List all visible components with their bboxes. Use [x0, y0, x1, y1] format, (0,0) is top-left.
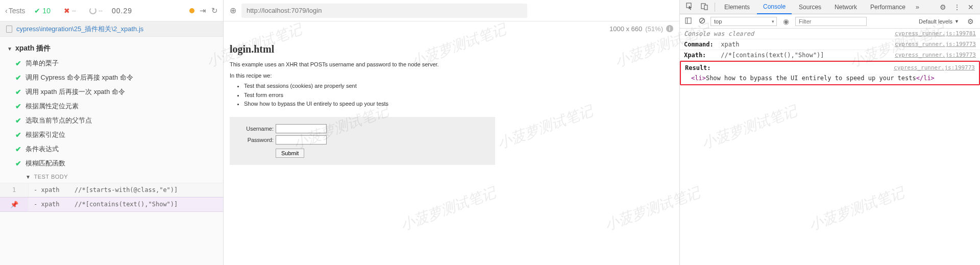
spec-file-path: cypress\integration\25_插件相关\2_xpath.js — [16, 25, 143, 34]
command-message: //*[contains(text(),"Show")] — [69, 198, 223, 211]
tab-elements[interactable]: Elements — [718, 1, 756, 14]
test-title: 根据索引定位 — [26, 130, 65, 139]
console-value: xpath — [721, 41, 739, 48]
command-row[interactable]: 1 - xpath //*[starts-with(@class,"e")] — [0, 183, 223, 197]
svg-rect-3 — [685, 18, 691, 23]
console-line[interactable]: Xpath: //*[contains(text(),"Show")] cypr… — [680, 50, 980, 61]
toggle-sidebar-icon[interactable] — [683, 17, 694, 26]
pending-stat: -- — [85, 7, 107, 14]
timer: 00.29 — [112, 7, 132, 15]
console-source-link[interactable]: cypress_runner.js:199773 — [895, 52, 976, 59]
test-title: 简单的栗子 — [26, 59, 59, 68]
list-item: Test that sessions (cookies) are properl… — [244, 82, 673, 91]
username-input[interactable] — [276, 124, 327, 133]
svg-rect-0 — [687, 3, 691, 8]
next-icon[interactable]: ⇥ — [200, 6, 206, 15]
caret-down-icon: ▼ — [26, 174, 31, 180]
check-icon: ✔ — [15, 145, 21, 153]
settings-gear-icon[interactable]: ⚙ — [937, 3, 949, 11]
test-row[interactable]: ✔调用 Cypress 命令后再接 xpath 命令 — [0, 70, 223, 85]
passed-count: 10 — [42, 7, 51, 15]
console-source-link[interactable]: cypress_runner.js:199773 — [894, 64, 975, 71]
console-key: Xpath: — [684, 52, 706, 59]
console-key: Command: — [684, 41, 714, 48]
suite-row[interactable]: ▼ xpath 插件 — [0, 41, 223, 56]
console-cleared-text: Console was cleared — [684, 30, 754, 37]
info-icon[interactable]: i — [666, 25, 673, 32]
svg-rect-2 — [704, 5, 707, 10]
test-title: 调用 Cypress 命令后再接 xpath 命令 — [26, 73, 133, 82]
console-result-highlight: Result: cypress_runner.js:199773 <li>Sho… — [680, 61, 980, 85]
failed-count: -- — [72, 7, 76, 14]
password-input[interactable] — [276, 135, 327, 144]
test-row[interactable]: ✔根据索引定位 — [0, 128, 223, 142]
failed-stat: ✖ -- — [60, 7, 80, 15]
submit-button[interactable]: Submit — [276, 149, 304, 158]
tab-console[interactable]: Console — [757, 0, 792, 14]
command-name: - xpath — [29, 198, 69, 211]
chevron-left-icon: ‹ — [5, 7, 8, 15]
log-levels-select[interactable]: Default levels▼ — [917, 17, 961, 26]
more-menu-icon[interactable]: ⋮ — [950, 3, 964, 11]
console-result-element[interactable]: <li>Show how to bypass the UI entirely t… — [681, 73, 979, 83]
test-row[interactable]: ✔简单的栗子 — [0, 56, 223, 70]
test-row[interactable]: ✔模糊匹配函数 — [0, 156, 223, 171]
test-row[interactable]: ✔根据属性定位元素 — [0, 99, 223, 113]
url-bar[interactable]: http://localhost:7079/login — [241, 4, 527, 18]
test-tree: ▼ xpath 插件 ✔简单的栗子 ✔调用 Cypress 命令后再接 xpat… — [0, 37, 223, 265]
cross-icon: ✖ — [64, 7, 70, 15]
command-row-pinned[interactable]: 📌 - xpath //*[contains(text(),"Show")] — [0, 197, 223, 212]
console-source-link[interactable]: cypress_runner.js:199773 — [895, 41, 976, 48]
page-description: This example uses an XHR that POSTs user… — [230, 61, 673, 67]
console-settings-icon[interactable]: ⚙ — [964, 17, 977, 26]
command-number: 1 — [0, 183, 29, 197]
test-row[interactable]: ✔条件表达式 — [0, 142, 223, 156]
section-label: TEST BODY — [34, 174, 68, 180]
cypress-runner-panel: ‹ Tests ✔ 10 ✖ -- -- 00.29 ⇥ ↻ cypress\ — [0, 0, 224, 265]
page-subhead: In this recipe we: — [230, 73, 673, 79]
test-row[interactable]: ✔选取当前节点的父节点 — [0, 113, 223, 128]
check-icon: ✔ — [15, 131, 21, 139]
test-title: 条件表达式 — [26, 144, 59, 154]
tab-sources[interactable]: Sources — [793, 1, 827, 14]
test-body-section[interactable]: ▼ TEST BODY — [0, 171, 223, 183]
test-row[interactable]: ✔调用 xpath 后再接一次 xpath 命令 — [0, 85, 223, 99]
selector-target-icon[interactable]: ⊕ — [230, 6, 236, 15]
console-line[interactable]: Console was cleared cypress_runner.js:19… — [680, 29, 980, 39]
context-select[interactable]: top — [710, 17, 777, 26]
suite-title: xpath 插件 — [15, 44, 51, 53]
check-icon: ✔ — [15, 116, 21, 125]
console-key: Result: — [685, 64, 711, 71]
tab-performance[interactable]: Performance — [864, 1, 912, 14]
html-open-tag: <li> — [691, 75, 706, 82]
html-text-content: Show how to bypass the UI entirely to sp… — [706, 75, 916, 82]
app-frame: login.html This example uses an XHR that… — [224, 36, 679, 265]
device-icon[interactable] — [698, 3, 712, 12]
clear-console-icon[interactable] — [697, 17, 707, 26]
preview-header: ⊕ http://localhost:7079/login — [224, 0, 679, 21]
status-dot-icon — [189, 8, 194, 13]
tab-network[interactable]: Network — [828, 1, 863, 14]
live-expression-icon[interactable]: ◉ — [780, 17, 792, 26]
test-title: 调用 xpath 后再接一次 xpath 命令 — [26, 87, 125, 97]
test-title: 模糊匹配函数 — [26, 159, 65, 168]
close-icon[interactable]: ✕ — [965, 3, 977, 11]
console-line[interactable]: Result: cypress_runner.js:199773 — [681, 63, 979, 73]
console-source-link[interactable]: cypress_runner.js:199781 — [895, 30, 976, 37]
check-icon: ✔ — [15, 102, 21, 110]
password-label: Password: — [237, 137, 274, 143]
inspect-icon[interactable] — [683, 3, 697, 12]
viewport-size: 1000 x 660 — [609, 25, 642, 33]
command-pin: 📌 — [0, 198, 29, 211]
spec-file-bar[interactable]: cypress\integration\25_插件相关\2_xpath.js — [0, 21, 223, 37]
caret-down-icon: ▼ — [7, 46, 12, 52]
console-output: Console was cleared cypress_runner.js:19… — [680, 29, 980, 265]
reload-icon[interactable]: ↻ — [211, 6, 218, 15]
more-tabs-icon[interactable]: » — [913, 3, 922, 11]
filter-input[interactable] — [795, 17, 867, 26]
page-title: login.html — [230, 43, 673, 55]
back-to-tests-link[interactable]: ‹ Tests — [5, 7, 25, 15]
console-line[interactable]: Command: xpath cypress_runner.js:199773 — [680, 39, 980, 50]
login-form: Username: Password: Submit — [230, 117, 495, 165]
list-item: Test form errors — [244, 91, 673, 100]
